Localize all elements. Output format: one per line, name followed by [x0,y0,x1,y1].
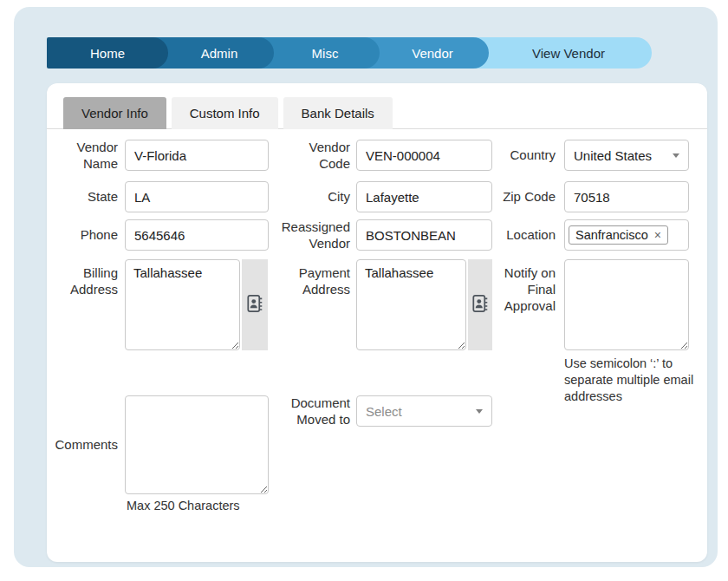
chevron-down-icon [476,409,483,414]
tab-custom-info[interactable]: Custom Info [172,97,278,129]
address-book-icon [472,294,489,317]
vendor-name-label: Vendor Name [49,140,118,171]
city-label: City [281,181,350,212]
location-label: Location [491,219,556,251]
billing-address-textarea[interactable]: Tallahassee [125,259,240,350]
phone-label: Phone [49,219,118,251]
location-field[interactable]: Sanfrancisco × [564,219,689,251]
address-book-icon [247,294,263,317]
reassigned-vendor-input[interactable] [356,219,492,251]
comments-helper-text: Max 250 Characters [127,498,317,514]
location-tag: Sanfrancisco × [569,225,668,245]
document-moved-to-select[interactable]: Select [356,395,492,427]
tab-vendor-info[interactable]: Vendor Info [63,97,166,129]
country-select[interactable]: United States [564,140,689,171]
document-moved-to-value: Select [366,404,402,419]
country-select-value: United States [574,148,652,163]
breadcrumb-item-admin[interactable]: Admin [153,37,274,69]
comments-textarea[interactable] [125,395,269,494]
payment-address-label: Payment Address [281,264,350,297]
content-panel: Home Admin Misc Vendor View Vendor Vendo… [14,7,718,567]
notify-helper-text: Use semicolon ‘:’ to separate multiple e… [564,356,696,405]
vendor-form-card: Vendor Info Custom Info Bank Details Ven… [47,83,707,562]
vendor-code-label: Vendor Code [281,140,350,171]
page: Home Admin Misc Vendor View Vendor Vendo… [0,0,728,581]
breadcrumb-item-home[interactable]: Home [47,37,168,69]
vendor-name-input[interactable] [125,140,269,171]
breadcrumb: Home Admin Misc Vendor View Vendor [47,37,652,69]
billing-address-label: Billing Address [49,264,118,297]
reassigned-vendor-label: Reassigned Vendor [281,219,350,251]
breadcrumb-label: Vendor [412,46,453,61]
tab-bar: Vendor Info Custom Info Bank Details [47,97,707,129]
breadcrumb-label: View Vendor [532,46,605,61]
phone-input[interactable] [125,219,269,251]
payment-address-book-button[interactable] [468,259,492,350]
billing-address-book-button[interactable] [242,259,268,350]
notify-on-final-approval-textarea[interactable] [564,259,689,350]
country-label: Country [491,140,556,171]
breadcrumb-item-misc[interactable]: Misc [258,37,380,69]
breadcrumb-label: Admin [201,46,238,61]
vendor-code-input[interactable] [356,140,492,171]
breadcrumb-label: Home [90,46,125,61]
notify-on-final-approval-label: Notify on Final Approval [491,264,556,315]
breadcrumb-item-vendor[interactable]: Vendor [364,37,489,69]
remove-tag-icon[interactable]: × [654,229,661,241]
breadcrumb-item-view-vendor[interactable]: View Vendor [473,37,652,69]
breadcrumb-label: Misc [312,46,339,61]
tab-bank-details[interactable]: Bank Details [283,97,393,129]
zip-code-label: Zip Code [491,181,556,212]
location-tag-label: Sanfrancisco [575,228,648,242]
payment-address-textarea[interactable]: Tallahassee [356,259,466,350]
state-label: State [49,181,118,212]
document-moved-to-label: Document Moved to [281,395,350,427]
comments-label: Comments [49,395,118,494]
chevron-down-icon [673,153,679,158]
zip-code-input[interactable] [564,181,689,212]
state-input[interactable] [125,181,269,212]
city-input[interactable] [356,181,492,212]
